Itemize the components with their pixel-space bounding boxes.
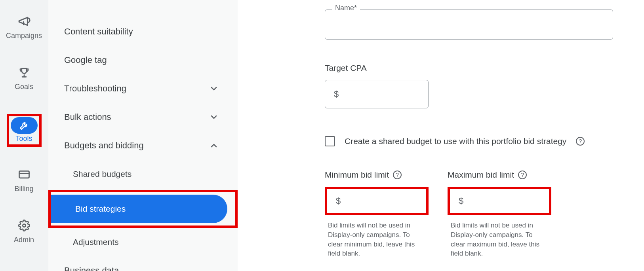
min-bid-column: Minimum bid limit ? $ Bid limits will no… xyxy=(325,170,429,258)
panel-subitem-label: Bid strategies xyxy=(75,204,126,214)
main-form-area: Name* Target CPA $ Create a shared budge… xyxy=(238,0,644,271)
rail-label-goals: Goals xyxy=(15,83,33,91)
trophy-icon xyxy=(15,63,34,82)
panel-item-label: Bulk actions xyxy=(64,112,111,122)
svg-rect-0 xyxy=(19,171,29,178)
name-field-wrapper: Name* xyxy=(325,9,616,40)
panel-item-label: Google tag xyxy=(64,55,107,65)
name-field-label: Name* xyxy=(332,4,360,12)
panel-item-troubleshooting[interactable]: Troubleshooting xyxy=(48,74,238,103)
help-icon[interactable]: ? xyxy=(393,171,402,179)
panel-subitem-adjustments[interactable]: Adjustments xyxy=(48,228,238,256)
chevron-down-icon xyxy=(209,112,219,122)
min-bid-input[interactable]: $ xyxy=(325,187,429,215)
bid-limits-row: Minimum bid limit ? $ Bid limits will no… xyxy=(325,170,616,258)
bullhorn-icon xyxy=(15,12,34,31)
rail-label-billing: Billing xyxy=(14,185,33,193)
wrench-icon xyxy=(11,117,38,134)
shared-budget-checkbox-row[interactable]: Create a shared budget to use with this … xyxy=(325,136,616,146)
help-icon[interactable]: ? xyxy=(576,137,585,146)
panel-subitem-label: Adjustments xyxy=(73,237,119,247)
panel-item-bulk-actions[interactable]: Bulk actions xyxy=(48,103,238,131)
max-bid-help-text: Bid limits will not be used in Display-o… xyxy=(448,221,551,258)
panel-item-content-suitability[interactable]: Content suitability xyxy=(48,17,238,46)
min-bid-label-text: Minimum bid limit xyxy=(325,170,389,180)
panel-item-budgets-and-bidding[interactable]: Budgets and bidding xyxy=(48,131,238,160)
currency-prefix: $ xyxy=(334,89,339,99)
target-cpa-label: Target CPA xyxy=(325,63,616,73)
min-bid-help-text: Bid limits will not be used in Display-o… xyxy=(325,221,429,258)
chevron-up-icon xyxy=(209,141,219,150)
gear-icon xyxy=(15,216,34,235)
credit-card-icon xyxy=(15,165,34,184)
panel-item-business-data[interactable]: Business data xyxy=(48,256,238,271)
currency-prefix: $ xyxy=(459,196,463,206)
currency-prefix: $ xyxy=(336,196,341,206)
panel-subitem-shared-budgets[interactable]: Shared budgets xyxy=(48,160,238,188)
checkbox-icon[interactable] xyxy=(325,136,335,146)
rail-item-admin[interactable]: Admin xyxy=(0,216,48,244)
panel-subitem-label: Shared budgets xyxy=(73,169,131,179)
max-bid-column: Maximum bid limit ? $ Bid limits will no… xyxy=(448,170,551,258)
chevron-down-icon xyxy=(209,84,219,93)
bid-strategies-highlight: Bid strategies xyxy=(48,190,238,228)
min-bid-label: Minimum bid limit ? xyxy=(325,170,429,180)
secondary-nav-panel: Content suitability Google tag Troublesh… xyxy=(48,0,238,271)
left-rail: Campaigns Goals Tools Billing Admin xyxy=(0,0,48,271)
rail-label-campaigns: Campaigns xyxy=(6,32,42,40)
panel-item-label: Content suitability xyxy=(64,27,133,37)
target-cpa-input[interactable]: $ xyxy=(325,80,429,108)
name-input[interactable] xyxy=(325,9,613,40)
svg-point-2 xyxy=(23,224,26,227)
panel-subitem-bid-strategies[interactable]: Bid strategies xyxy=(51,195,227,223)
rail-tools-highlight: Tools xyxy=(7,114,42,147)
panel-item-label: Budgets and bidding xyxy=(64,140,144,151)
target-cpa-section: Target CPA $ xyxy=(325,63,616,108)
shared-budget-checkbox-label: Create a shared budget to use with this … xyxy=(345,136,566,146)
rail-label-tools: Tools xyxy=(15,135,32,143)
panel-item-label: Troubleshooting xyxy=(64,83,126,94)
rail-item-billing[interactable]: Billing xyxy=(0,165,48,193)
rail-item-tools[interactable]: Tools xyxy=(11,117,38,143)
help-icon[interactable]: ? xyxy=(518,171,527,179)
rail-item-goals[interactable]: Goals xyxy=(0,63,48,91)
rail-label-admin: Admin xyxy=(14,236,34,244)
panel-item-google-tag[interactable]: Google tag xyxy=(48,46,238,74)
max-bid-input[interactable]: $ xyxy=(448,187,551,215)
rail-item-campaigns[interactable]: Campaigns xyxy=(0,12,48,40)
panel-item-label: Business data xyxy=(64,265,119,271)
max-bid-label: Maximum bid limit ? xyxy=(448,170,551,180)
max-bid-label-text: Maximum bid limit xyxy=(448,170,514,180)
